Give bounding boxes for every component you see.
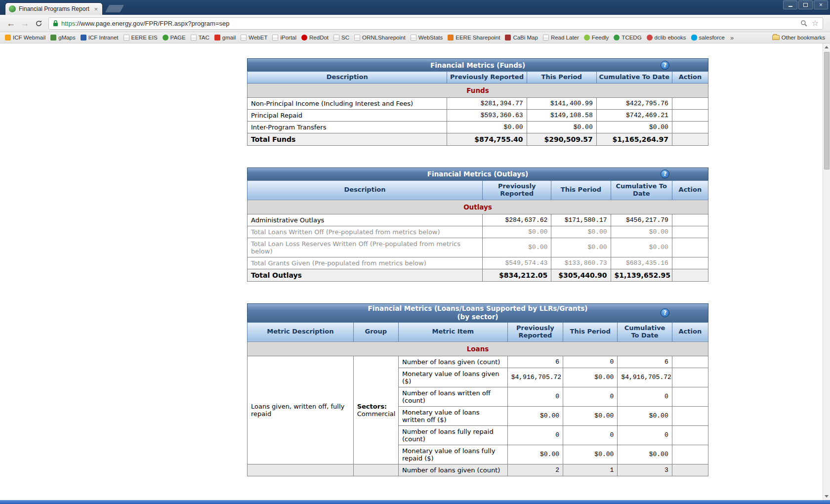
bookmark-favicon (647, 35, 653, 41)
bookmark-label: WebET (249, 35, 267, 41)
bookmark-item[interactable]: Feedly (581, 34, 612, 42)
back-button[interactable]: ← (4, 17, 18, 30)
new-tab-button[interactable] (105, 5, 124, 12)
bookmark-item[interactable]: TAC (188, 34, 212, 42)
column-header-cumulative: Cumulative To Date (611, 180, 672, 200)
address-bar[interactable]: https://www.page.energy.gov/FPR/FPR.aspx… (48, 17, 823, 30)
table-row: Number of loans given (count) 2 1 3 (248, 464, 708, 476)
bookmark-item[interactable]: gmail (212, 34, 238, 42)
bookmark-label: TAC (199, 35, 209, 41)
bookmarks-overflow-chevron[interactable]: » (727, 34, 737, 42)
bookmark-star-icon[interactable]: ☆ (812, 19, 819, 27)
cell-metric-description (248, 464, 354, 476)
table-row: Non-Principal Income (Including Interest… (248, 97, 708, 109)
browser-tab[interactable]: Financial Programs Report × (5, 2, 103, 15)
padlock-icon[interactable] (53, 20, 58, 27)
cell-prev: $0.00 (483, 226, 551, 238)
minimize-button[interactable] (783, 0, 797, 9)
cell-action (672, 238, 708, 257)
cell-period: $290,509.57 (527, 133, 596, 145)
column-header-this-period: This Period (551, 180, 611, 200)
bookmark-item[interactable]: CaBi Map (502, 34, 540, 42)
tab-close-icon[interactable]: × (93, 5, 99, 13)
scroll-up-button[interactable] (823, 43, 830, 51)
scrollbar-thumb[interactable] (824, 52, 830, 169)
bookmark-item[interactable]: WebStats (408, 34, 446, 42)
bookmark-favicon (614, 35, 620, 41)
help-icon[interactable]: ? (661, 169, 669, 178)
cell-desc: Total Funds (248, 133, 447, 145)
cell-prev: $0.00 (447, 121, 527, 133)
loans-section-row: Loans (248, 341, 708, 356)
bookmark-item[interactable]: TCEDG (611, 34, 644, 42)
bookmark-item[interactable]: EERE Sharepoint (445, 34, 502, 42)
group-value: Commercial (357, 410, 395, 418)
cell-period: $133,860.73 (551, 257, 611, 269)
bookmark-item[interactable]: PAGE (160, 34, 188, 42)
table-row: Inter-Program Transfers $0.00 $0.00 $0.0… (248, 121, 708, 133)
cell-desc: Principal Repaid (248, 109, 447, 121)
bookmark-item[interactable]: RedDot (299, 34, 331, 42)
cell-desc: Non-Principal Income (Including Interest… (248, 97, 447, 109)
bookmark-label: RedDot (309, 35, 329, 41)
cell-action (672, 356, 708, 368)
forward-button[interactable]: → (18, 17, 32, 30)
cell-item: Monetary value of loans fully repaid ($) (398, 445, 507, 464)
cell-cum: $0.00 (611, 226, 672, 238)
cell-action (672, 226, 708, 238)
bookmark-label: Read Later (551, 35, 579, 41)
url-path: ://www.page.energy.gov/FPR/FPR.aspx?prog… (75, 20, 229, 27)
other-bookmarks-label: Other bookmarks (782, 35, 825, 41)
funds-section-row: Funds (248, 83, 708, 97)
column-header-action: Action (672, 180, 708, 200)
bookmark-item[interactable]: dclib ebooks (644, 34, 689, 42)
vertical-scrollbar[interactable] (823, 43, 830, 500)
bookmark-item[interactable]: EERE EIS (121, 34, 160, 42)
maximize-icon (803, 3, 808, 7)
cell-group: Sectors: Commercial (353, 356, 398, 464)
help-icon[interactable]: ? (661, 308, 669, 317)
cell-item: Monetary value of loans written off ($) (398, 406, 507, 425)
cell-period: $0.00 (563, 368, 618, 387)
maximize-button[interactable] (798, 0, 813, 9)
close-button[interactable]: × (814, 0, 828, 9)
bookmark-item[interactable]: ORNLSharepoint (352, 34, 408, 42)
bookmark-item[interactable]: Read Later (540, 34, 581, 42)
cell-action (672, 269, 708, 281)
bookmark-item[interactable]: WebET (238, 34, 270, 42)
bookmark-label: SC (341, 35, 349, 41)
bookmark-item[interactable]: ICF Intranet (78, 34, 121, 42)
refresh-button[interactable] (32, 17, 45, 30)
cell-group (353, 464, 398, 476)
other-bookmarks-button[interactable]: Other bookmarks (770, 34, 828, 42)
column-header-previously-reported: Previously Reported (483, 180, 551, 200)
cell-period: $171,580.17 (551, 214, 611, 226)
loans-table: Financial Metrics (Loans/Loans Supported… (247, 303, 708, 476)
bookmark-favicon (241, 35, 247, 41)
cell-action (672, 214, 708, 226)
bookmark-favicon (333, 35, 339, 41)
table-row: Administrative Outlays $284,637.62 $171,… (248, 214, 708, 226)
magnifier-icon[interactable] (800, 20, 808, 27)
bookmark-label: iPortal (280, 35, 296, 41)
cell-item: Number of loans given (count) (398, 356, 507, 368)
cell-prev: 6 (507, 356, 563, 368)
bookmark-favicon (691, 35, 697, 41)
bookmark-favicon (191, 35, 197, 41)
bookmark-item[interactable]: iPortal (270, 34, 299, 42)
cell-prev: 2 (507, 464, 563, 476)
bookmark-label: gMaps (58, 35, 76, 41)
help-icon[interactable]: ? (661, 61, 669, 70)
scroll-down-button[interactable] (823, 493, 830, 500)
bookmark-item[interactable]: SC (331, 34, 352, 42)
bookmark-item[interactable]: ICF Webmail (2, 34, 48, 42)
outlays-table-title: Financial Metrics (Outlays) ? (247, 168, 708, 180)
column-header-this-period: This Period (563, 322, 618, 341)
bookmark-label: ICF Intranet (88, 35, 119, 41)
section-label: Loans (248, 341, 708, 356)
cell-period: 0 (563, 356, 618, 368)
bookmark-item[interactable]: salesforce (689, 34, 727, 42)
bookmark-label: EERE Sharepoint (456, 35, 500, 41)
tab-title: Financial Programs Report (19, 5, 90, 12)
bookmark-item[interactable]: gMaps (48, 34, 78, 42)
